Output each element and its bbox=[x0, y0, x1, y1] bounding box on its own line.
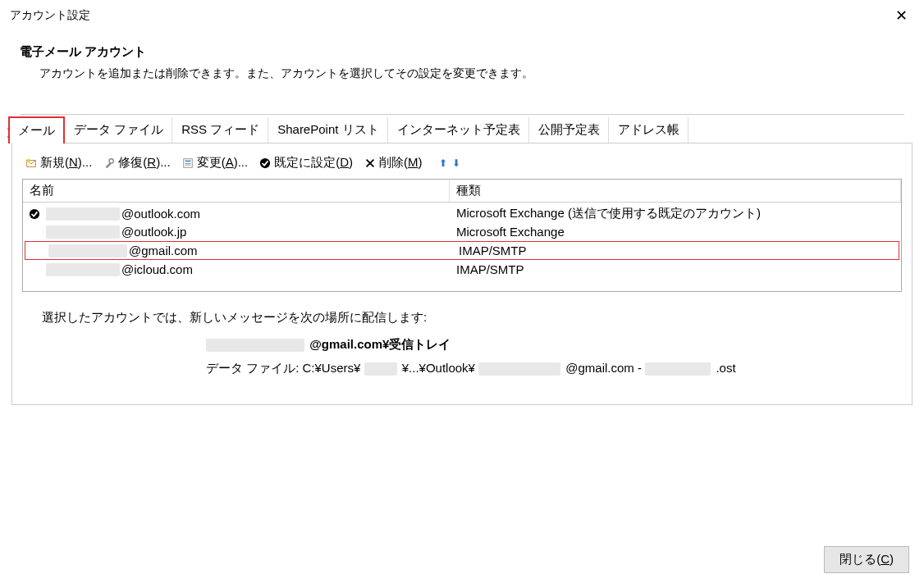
account-name: @icloud.com bbox=[121, 262, 193, 276]
svg-rect-5 bbox=[185, 163, 190, 164]
table-row[interactable]: @icloud.com IMAP/SMTP bbox=[23, 261, 901, 278]
tab-pubcal[interactable]: 公開予定表 bbox=[529, 116, 609, 143]
col-header-name[interactable]: 名前 bbox=[23, 180, 450, 202]
table-row[interactable]: @gmail.com IMAP/SMTP bbox=[25, 241, 899, 260]
account-type: Microsoft Exchange bbox=[450, 225, 901, 239]
setdefault-button[interactable]: 既定に設定(D) bbox=[259, 155, 353, 171]
account-type: IMAP/SMTP bbox=[450, 262, 901, 276]
account-name: @outlook.com bbox=[121, 207, 200, 221]
accounts-table: 名前 種類 @outlook.com Microsoft Exchange (送… bbox=[22, 179, 902, 292]
delete-button[interactable]: 削除(M) bbox=[364, 155, 423, 171]
redacted-block bbox=[364, 362, 397, 376]
svg-point-7 bbox=[260, 157, 270, 167]
move-up-icon[interactable]: ⬆ bbox=[439, 157, 447, 169]
toolbar: 新規(N)... 修復(R)... 変更(A)... 既定に設定(D) 削除(M… bbox=[22, 155, 902, 179]
account-name: @gmail.com bbox=[129, 244, 198, 257]
titlebar: アカウント設定 ✕ bbox=[0, 0, 924, 28]
move-down-icon[interactable]: ⬇ bbox=[452, 157, 460, 169]
tab-strip: メール データ ファイル RSS フィード SharePoint リスト インタ… bbox=[0, 116, 924, 143]
delivery-folder: @gmail.com¥受信トレイ bbox=[42, 337, 882, 353]
close-icon[interactable]: ✕ bbox=[889, 7, 914, 25]
account-type: IMAP/SMTP bbox=[452, 244, 899, 257]
divider bbox=[20, 114, 904, 115]
header-section: 電子メール アカウント アカウントを追加または削除できます。また、アカウントを選… bbox=[0, 28, 924, 89]
table-header: 名前 種類 bbox=[23, 180, 901, 203]
repair-icon bbox=[103, 157, 115, 169]
delivery-section: 選択したアカウントでは、新しいメッセージを次の場所に配信します: @gmail.… bbox=[22, 292, 902, 385]
change-button[interactable]: 変更(A)... bbox=[182, 155, 249, 171]
svg-rect-4 bbox=[185, 160, 190, 162]
svg-point-1 bbox=[27, 158, 30, 162]
tab-mail[interactable]: メール bbox=[8, 116, 65, 143]
table-body: @outlook.com Microsoft Exchange (送信で使用する… bbox=[23, 203, 901, 291]
new-icon bbox=[25, 157, 37, 169]
tab-address[interactable]: アドレス帳 bbox=[609, 116, 688, 143]
table-row[interactable]: @outlook.com Microsoft Exchange (送信で使用する… bbox=[23, 204, 901, 223]
svg-point-10 bbox=[30, 208, 39, 218]
change-icon bbox=[182, 157, 194, 169]
table-row[interactable]: @outlook.jp Microsoft Exchange bbox=[23, 223, 901, 240]
footer: 閉じる(C) bbox=[824, 546, 909, 573]
delivery-label: 選択したアカウントでは、新しいメッセージを次の場所に配信します: bbox=[42, 310, 882, 326]
svg-rect-6 bbox=[185, 164, 190, 165]
tab-internetcal[interactable]: インターネット予定表 bbox=[388, 116, 529, 143]
redacted-block bbox=[46, 263, 120, 276]
redacted-block bbox=[206, 339, 304, 352]
account-type: Microsoft Exchange (送信で使用する既定のアカウント) bbox=[450, 206, 901, 221]
redacted-block bbox=[478, 362, 560, 376]
repair-button[interactable]: 修復(R)... bbox=[103, 155, 170, 171]
new-button[interactable]: 新規(N)... bbox=[25, 155, 92, 171]
header-title: 電子メール アカウント bbox=[20, 44, 904, 60]
header-subtitle: アカウントを追加または削除できます。また、アカウントを選択してその設定を変更でき… bbox=[20, 66, 904, 81]
redacted-block bbox=[46, 225, 120, 239]
checkmark-icon bbox=[259, 157, 271, 169]
redacted-block bbox=[46, 207, 120, 221]
tab-rss[interactable]: RSS フィード bbox=[172, 116, 268, 143]
tab-sharepoint[interactable]: SharePoint リスト bbox=[268, 116, 387, 143]
svg-point-2 bbox=[109, 158, 113, 162]
close-button[interactable]: 閉じる(C) bbox=[824, 546, 909, 573]
window-title: アカウント設定 bbox=[10, 8, 90, 23]
redacted-block bbox=[48, 244, 127, 257]
tab-panel-mail: 新規(N)... 修復(R)... 変更(A)... 既定に設定(D) 削除(M… bbox=[11, 143, 913, 405]
tab-datafiles[interactable]: データ ファイル bbox=[65, 116, 172, 143]
datafile-path: データ ファイル: C:¥Users¥ ¥...¥Outlook¥ @gmail… bbox=[42, 361, 882, 376]
default-check-icon bbox=[29, 208, 40, 220]
account-name: @outlook.jp bbox=[121, 225, 186, 239]
col-header-type[interactable]: 種類 bbox=[450, 180, 901, 202]
delete-icon bbox=[364, 157, 376, 169]
redacted-block bbox=[645, 362, 711, 376]
